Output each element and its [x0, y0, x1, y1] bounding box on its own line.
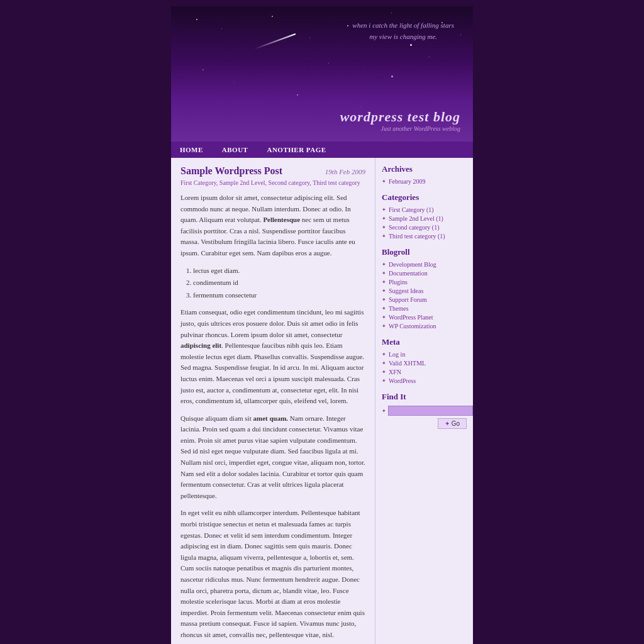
meta-title: Meta [382, 337, 467, 347]
list-item: Sample 2nd Level (1) [382, 215, 467, 222]
nav-bar: HOME ABOUT ANOTHER PAGE [171, 142, 473, 158]
list-item: Log in [382, 351, 467, 358]
nav-about[interactable]: ABOUT [213, 142, 257, 158]
list-item: Plugins [382, 279, 467, 286]
list-item: lectus eget diam. [193, 265, 365, 277]
meta-xhtml[interactable]: Valid XHTML [389, 360, 426, 367]
main-container: HOME ABOUT ANOTHER PAGE Sample Wordpress… [171, 142, 473, 644]
blogroll-support[interactable]: Support Forum [389, 296, 427, 303]
list-item: WordPress Planet [382, 314, 467, 321]
blogroll-suggest[interactable]: Suggest Ideas [389, 287, 423, 294]
nav-another-page[interactable]: ANOTHER PAGE [258, 142, 335, 158]
sidebar-categories: Categories First Category (1) Sample 2nd… [382, 192, 467, 240]
post-date: 19th Feb 2009 [325, 168, 365, 175]
main-content: Sample Wordpress Post 19th Feb 2009 Firs… [171, 158, 375, 644]
site-title: wordpress test blog [340, 109, 460, 125]
sidebar-archives: Archives February 2009 [382, 164, 467, 185]
post-categories: First Category, Sample 2nd Level, Second… [180, 179, 365, 186]
sidebar-blogroll: Blogroll Development Blog Documentation … [382, 247, 467, 330]
meta-wordpress[interactable]: WordPress [389, 377, 416, 384]
archives-title: Archives [382, 164, 467, 174]
content-area: Sample Wordpress Post 19th Feb 2009 Firs… [171, 158, 473, 644]
list-item: Suggest Ideas [382, 287, 467, 294]
site-subtitle: Just another WordPress weblog [340, 125, 460, 132]
list-item: fermentum consectetur [193, 290, 365, 301]
list-item: First Category (1) [382, 206, 467, 213]
post-list: lectus eget diam. condimentum id ferment… [193, 265, 365, 301]
post-header: Sample Wordpress Post 19th Feb 2009 [180, 165, 365, 177]
blogroll-themes[interactable]: Themes [389, 305, 409, 312]
findit-title: Find It [382, 392, 467, 402]
post-paragraph-4: In eget velit eu nibh ullamcorper interd… [180, 508, 365, 640]
blogroll-dev[interactable]: Development Blog [389, 261, 436, 268]
sidebar-meta: Meta Log in Valid XHTML XFN WordPress [382, 337, 467, 384]
search-input[interactable] [388, 406, 473, 416]
list-item: XFN [382, 369, 467, 375]
list-item: WordPress [382, 377, 467, 384]
post-categories-link[interactable]: First Category, Sample 2nd Level, Second… [180, 179, 360, 186]
go-button[interactable]: Go [438, 418, 467, 429]
meta-list: Log in Valid XHTML XFN WordPress [382, 351, 467, 384]
list-item: Documentation [382, 270, 467, 277]
categories-title: Categories [382, 192, 467, 203]
blogroll-list: Development Blog Documentation Plugins S… [382, 261, 467, 330]
post-paragraph-2: Etiam consequat, odio eget condimentum t… [180, 307, 365, 406]
list-item: WP Customization [382, 323, 467, 330]
findit-input-row [382, 406, 467, 416]
list-item: February 2009 [382, 178, 467, 185]
blogroll-wp-planet[interactable]: WordPress Planet [389, 314, 433, 321]
post-title: Sample Wordpress Post [180, 165, 282, 177]
cat-third[interactable]: Third test category (1) [389, 233, 445, 240]
cat-first[interactable]: First Category (1) [389, 206, 434, 213]
blogroll-title: Blogroll [382, 247, 467, 257]
list-item: condimentum id [193, 277, 365, 289]
list-item: Development Blog [382, 261, 467, 268]
post-body: Lorem ipsum dolor sit amet, consectetur … [180, 192, 365, 644]
archives-list: February 2009 [382, 178, 467, 185]
categories-list: First Category (1) Sample 2nd Level (1) … [382, 206, 467, 240]
post-paragraph-3: Quisque aliquam diam sit amet quam. Nam … [180, 413, 365, 502]
page-wrapper: when i catch the light of falling stars … [0, 0, 644, 644]
list-item: Support Forum [382, 296, 467, 303]
blogroll-wp-custom[interactable]: WP Customization [389, 323, 436, 330]
archives-february[interactable]: February 2009 [389, 178, 426, 185]
site-header: when i catch the light of falling stars … [171, 6, 473, 142]
post-paragraph-1: Lorem ipsum dolor sit amet, consectetur … [180, 192, 365, 259]
nav-home[interactable]: HOME [171, 142, 212, 158]
cat-second[interactable]: Second category (1) [389, 224, 440, 231]
blogroll-docs[interactable]: Documentation [389, 270, 428, 277]
list-item: Second category (1) [382, 224, 467, 231]
blogroll-plugins[interactable]: Plugins [389, 279, 408, 286]
meta-login[interactable]: Log in [389, 351, 405, 358]
sidebar: Archives February 2009 Categories First … [375, 158, 473, 644]
header-tagline: when i catch the light of falling stars … [352, 20, 454, 42]
cat-sample[interactable]: Sample 2nd Level (1) [389, 215, 443, 222]
site-title-block: wordpress test blog Just another WordPre… [340, 109, 460, 132]
findit-go-row: Go [382, 418, 467, 429]
list-item: Valid XHTML [382, 360, 467, 367]
sidebar-findit: Find It Go [382, 392, 467, 429]
list-item: Themes [382, 305, 467, 312]
meta-xfn[interactable]: XFN [389, 369, 401, 375]
list-item: Third test category (1) [382, 233, 467, 240]
